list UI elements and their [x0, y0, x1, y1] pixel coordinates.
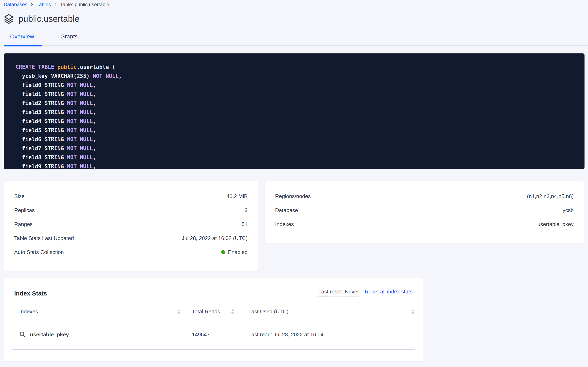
column-label: Total Reads [192, 309, 220, 315]
create-table-sql-box[interactable]: CREATE TABLE public.usertable ( ycsb_key… [4, 53, 585, 169]
sql-line: CREATE TABLE public.usertable ( [16, 62, 576, 72]
detail-value: (n1,n2,n3,n4,n5,n6) [527, 193, 574, 200]
magnifier-icon [19, 331, 26, 338]
page-header: public.usertable [4, 14, 588, 24]
detail-label: Regions/nodes [275, 193, 311, 200]
detail-row: Replicas3 [14, 203, 248, 217]
index-name-link[interactable]: usertable_pkey [30, 332, 69, 338]
column-header-last-used[interactable]: Last Used (UTC) [234, 309, 414, 315]
detail-label: Auto Stats Collection [14, 249, 64, 255]
sql-line: ycsb_key VARCHAR(255) NOT NULL, [16, 72, 576, 81]
table-details: Size40.2 MiBReplicas3Ranges51Table Stats… [4, 181, 585, 271]
table-stats-card: Size40.2 MiBReplicas3Ranges51Table Stats… [4, 181, 258, 271]
chevron-right-icon: › [54, 2, 56, 7]
index-stats-table-header: Indexes Total Reads Last Used (UTC) [12, 309, 414, 322]
detail-row: Auto Stats CollectionEnabled [14, 245, 248, 259]
tab-underline [4, 45, 588, 46]
detail-value: 40.2 MiB [226, 193, 248, 200]
sql-line: field9 STRING NOT NULL, [16, 162, 576, 169]
sql-line: field5 STRING NOT NULL, [16, 126, 576, 135]
index-stats-row: usertable_pkey149647Last read: Jul 28, 2… [12, 322, 414, 350]
sql-line: field6 STRING NOT NULL, [16, 135, 576, 144]
chevron-right-icon: › [31, 2, 33, 7]
last-reset-label: Last reset: Never [318, 289, 359, 297]
breadcrumb-link-tables[interactable]: Tables [37, 2, 51, 7]
sql-line: field2 STRING NOT NULL, [16, 99, 576, 108]
sort-icon[interactable] [231, 309, 234, 314]
breadcrumb: Databases › Tables › Table: public.usert… [4, 2, 588, 7]
last-used-value: Last read: Jul 28, 2022 at 16:04 [234, 332, 414, 338]
detail-row: Table Stats Last UpdatedJul 28, 2022 at … [14, 231, 248, 245]
sql-line: field0 STRING NOT NULL, [16, 81, 576, 90]
detail-label: Indexes [275, 221, 294, 227]
status-dot-icon [221, 250, 225, 254]
index-stats-table: Indexes Total Reads Last Used (UTC) user… [12, 309, 414, 350]
index-stats-title: Index Stats [14, 290, 47, 297]
page-title: public.usertable [18, 14, 80, 24]
detail-row: Ranges51 [14, 217, 248, 231]
reset-all-index-stats-link[interactable]: Reset all index stats [365, 289, 413, 295]
sql-line: field8 STRING NOT NULL, [16, 153, 576, 162]
sort-icon[interactable] [411, 309, 414, 314]
detail-value: 3 [245, 207, 248, 214]
column-header-total-reads[interactable]: Total Reads [181, 309, 234, 315]
detail-label: Ranges [14, 221, 33, 227]
sql-line: field4 STRING NOT NULL, [16, 117, 576, 126]
detail-value: Enabled [221, 249, 248, 255]
column-header-indexes[interactable]: Indexes [12, 309, 181, 315]
detail-row: Databaseycsb [275, 203, 574, 217]
sql-line: field1 STRING NOT NULL, [16, 90, 576, 99]
detail-row: Indexesusertable_pkey [275, 217, 574, 231]
sql-code: CREATE TABLE public.usertable ( ycsb_key… [16, 62, 576, 169]
table-meta-card: Regions/nodes(n1,n2,n3,n4,n5,n6)Database… [265, 181, 584, 243]
detail-value: 51 [242, 221, 248, 227]
detail-value: Jul 28, 2022 at 16:02 (UTC) [182, 235, 248, 242]
detail-value: ycsb [563, 207, 574, 214]
sql-line: field7 STRING NOT NULL, [16, 144, 576, 153]
sql-line: field3 STRING NOT NULL, [16, 108, 576, 117]
tab-overview[interactable]: Overview [10, 33, 34, 45]
sort-icon[interactable] [177, 309, 181, 314]
tab-grants[interactable]: Grants [60, 33, 78, 45]
detail-label: Table Stats Last Updated [14, 235, 74, 242]
table-stack-icon [4, 14, 14, 24]
column-label: Indexes [19, 309, 38, 315]
detail-row: Size40.2 MiB [14, 189, 248, 203]
detail-row: Regions/nodes(n1,n2,n3,n4,n5,n6) [275, 189, 574, 203]
detail-label: Size [14, 193, 25, 200]
detail-label: Replicas [14, 207, 35, 214]
total-reads-value: 149647 [181, 332, 234, 338]
column-label: Last Used (UTC) [248, 309, 289, 315]
breadcrumb-link-databases[interactable]: Databases [4, 2, 27, 7]
detail-value: usertable_pkey [538, 221, 574, 227]
index-stats-card: Index Stats Last reset: Never Reset all … [4, 278, 423, 362]
tab-bar: Overview Grants [0, 33, 588, 46]
tab-active-indicator [4, 45, 42, 46]
breadcrumb-current: Table: public.usertable [60, 2, 109, 7]
detail-label: Database [275, 207, 298, 214]
